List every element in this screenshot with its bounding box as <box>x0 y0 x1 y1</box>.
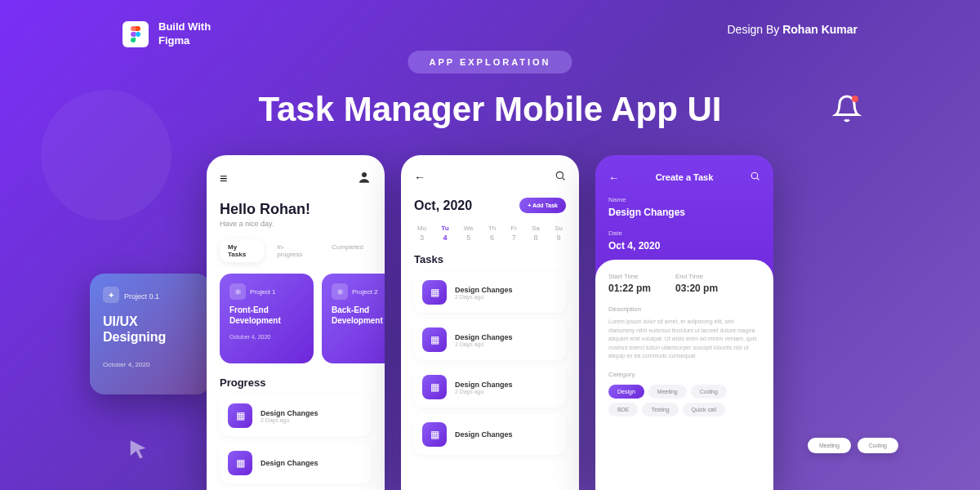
badge: APP EXPLORATION <box>408 51 572 74</box>
search-icon[interactable] <box>750 170 760 185</box>
brand-block: Build With Figma <box>122 20 211 48</box>
svg-point-0 <box>136 32 140 37</box>
create-title: Create a Task <box>619 172 750 182</box>
float-title: UI/UX Designing <box>103 314 198 345</box>
task-row[interactable]: ▦Design Changes2 Days ago <box>414 272 566 313</box>
doc-icon: ▦ <box>422 422 447 447</box>
category-chip[interactable]: Design <box>608 385 644 399</box>
svg-point-1 <box>362 172 367 177</box>
chip[interactable]: Coding <box>858 438 898 453</box>
brand-text: Build With Figma <box>158 20 211 48</box>
code-icon: ⚛ <box>229 283 246 300</box>
spark-icon: ✦ <box>103 287 119 303</box>
svg-point-3 <box>751 172 758 179</box>
figma-icon <box>122 21 149 47</box>
progress-title: Progress <box>220 376 372 389</box>
tab-my-tasks[interactable]: My Tasks <box>220 239 264 262</box>
card-label: Project 2 <box>352 288 378 296</box>
float-date: October 4, 2020 <box>103 361 198 368</box>
greeting-sub: Have a nice day. <box>220 220 372 228</box>
cal-day[interactable]: Tu4 <box>441 225 448 242</box>
search-icon[interactable] <box>555 170 566 185</box>
float-project-card[interactable]: ✦ Project 0.1 UI/UX Designing October 4,… <box>90 274 211 394</box>
cal-day[interactable]: We5 <box>464 225 474 242</box>
phone-home: ≡ Hello Rohan! Have a nice day. My Tasks… <box>207 155 385 490</box>
tab-in-progress[interactable]: In- progress <box>269 239 318 262</box>
tab-completed[interactable]: Completed <box>323 239 372 262</box>
category-chip[interactable]: Coding <box>691 385 727 399</box>
notification-dot <box>852 96 858 102</box>
bg-circle <box>41 90 172 220</box>
code-icon: ⚛ <box>332 283 348 300</box>
task-tabs: My Tasks In- progress Completed <box>220 239 372 262</box>
task-row[interactable]: ▦Design Changes <box>220 443 372 483</box>
task-sub: 2 Days ago <box>261 417 363 423</box>
float-project-label: Project 0.1 <box>124 292 159 301</box>
name-value[interactable]: Design Changes <box>608 207 760 218</box>
tasks-title: Tasks <box>414 253 566 265</box>
svg-point-2 <box>556 172 563 178</box>
card-title: Back-End Development <box>332 305 385 326</box>
profile-icon[interactable] <box>357 170 372 188</box>
doc-icon: ▦ <box>228 451 252 475</box>
end-value[interactable]: 03:20 pm <box>675 283 718 294</box>
name-label: Name <box>608 196 760 203</box>
card-date: October 4, 2020 <box>229 334 304 340</box>
back-icon[interactable]: ← <box>608 172 619 184</box>
doc-icon: ▦ <box>422 280 447 305</box>
project-cards: ⚛Project 1 Front-End Development October… <box>220 274 372 363</box>
category-chip[interactable]: Meeting <box>648 385 687 399</box>
task-name: Design Changes <box>261 409 363 417</box>
credit-name: Rohan Kumar <box>782 23 858 36</box>
extra-chips: Meeting Coding <box>808 438 898 453</box>
credit: Design By Rohan Kumar <box>728 23 858 36</box>
cat-label: Category <box>608 371 760 378</box>
date-label: Date <box>608 229 760 237</box>
project-card[interactable]: ⚛Project 1 Front-End Development October… <box>220 274 314 363</box>
cursor-icon <box>127 439 149 461</box>
add-task-button[interactable]: + Add Task <box>519 198 566 213</box>
date-value[interactable]: Oct 4, 2020 <box>608 240 760 252</box>
card-title: Front-End Development <box>229 305 304 326</box>
cal-day[interactable]: Fr7 <box>510 225 517 242</box>
desc-label: Description <box>608 305 760 313</box>
phone-create: ← Create a Task Name Design Changes Date… <box>595 155 773 490</box>
task-name: Design Changes <box>261 459 363 467</box>
greeting: Hello Rohan! <box>220 201 372 218</box>
task-row[interactable]: ▦Design Changes <box>414 414 566 455</box>
project-card[interactable]: ⚛Project 2 Back-End Development <box>322 274 385 363</box>
desc-text: Lorem ipsum dolor sit amet, er adipiscin… <box>608 318 760 361</box>
menu-icon[interactable]: ≡ <box>220 172 227 186</box>
bell-icon[interactable] <box>832 94 862 123</box>
doc-icon: ▦ <box>228 403 252 428</box>
start-value[interactable]: 01:22 pm <box>608 283 651 294</box>
task-row[interactable]: ▦Design Changes2 Days ago <box>414 367 566 408</box>
main-title: Task Manager Mobile App UI <box>258 90 721 129</box>
end-label: End Time <box>675 273 718 280</box>
phone-calendar: ← Oct, 2020 + Add Task Mo3Tu4We5Th6Fr7Sa… <box>401 155 579 490</box>
task-row[interactable]: ▦Design Changes2 Days ago <box>414 319 566 360</box>
cal-day[interactable]: Sa8 <box>532 225 540 242</box>
chip[interactable]: Meeting <box>808 438 851 453</box>
month-label: Oct, 2020 <box>414 198 472 213</box>
calendar-row: Mo3Tu4We5Th6Fr7Sa8Su9 <box>414 225 566 242</box>
back-icon[interactable]: ← <box>414 171 425 184</box>
cal-day[interactable]: Mo3 <box>417 225 426 242</box>
doc-icon: ▦ <box>422 375 447 399</box>
credit-pre: Design By <box>728 23 783 36</box>
task-row[interactable]: ▦Design Changes2 Days ago <box>220 395 372 436</box>
cal-day[interactable]: Th6 <box>488 225 496 242</box>
start-label: Start Time <box>608 273 651 280</box>
category-chip[interactable]: Testing <box>642 403 678 416</box>
category-chip[interactable]: BDE <box>608 403 638 416</box>
card-label: Project 1 <box>250 288 276 296</box>
category-chip[interactable]: Quick call <box>683 403 725 416</box>
cal-day[interactable]: Su9 <box>555 225 563 242</box>
doc-icon: ▦ <box>422 327 447 352</box>
